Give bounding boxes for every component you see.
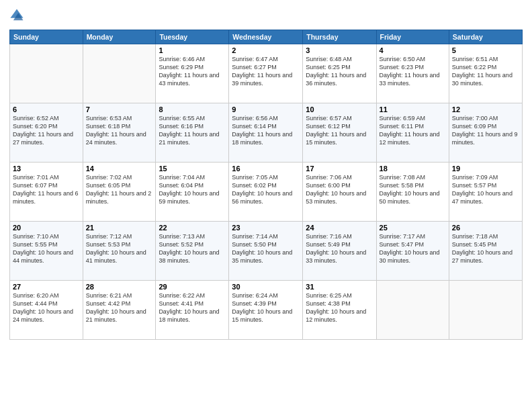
day-number: 13 (13, 165, 80, 173)
day-info: Sunrise: 7:05 AM Sunset: 6:02 PM Dayligh… (232, 173, 300, 206)
day-info: Sunrise: 6:59 AM Sunset: 6:11 PM Dayligh… (380, 114, 446, 147)
calendar-week-2: 13Sunrise: 7:01 AM Sunset: 6:07 PM Dayli… (10, 163, 523, 222)
page-header (9, 8, 523, 24)
day-number: 20 (13, 224, 80, 232)
day-info: Sunrise: 6:51 AM Sunset: 6:22 PM Dayligh… (452, 55, 519, 88)
day-number: 27 (13, 283, 80, 291)
day-info: Sunrise: 7:14 AM Sunset: 5:50 PM Dayligh… (232, 232, 300, 265)
logo (9, 8, 26, 24)
day-info: Sunrise: 7:16 AM Sunset: 5:49 PM Dayligh… (306, 232, 373, 265)
calendar-cell (83, 44, 156, 103)
calendar-cell (10, 44, 83, 103)
day-number: 21 (86, 224, 153, 232)
day-number: 25 (380, 224, 446, 232)
calendar-cell: 25Sunrise: 7:17 AM Sunset: 5:47 PM Dayli… (376, 222, 449, 281)
day-number: 19 (452, 165, 519, 173)
calendar-cell: 14Sunrise: 7:02 AM Sunset: 6:05 PM Dayli… (83, 163, 156, 222)
day-info: Sunrise: 6:21 AM Sunset: 4:42 PM Dayligh… (86, 291, 153, 324)
day-number: 9 (232, 105, 300, 113)
day-number: 30 (232, 283, 300, 291)
day-number: 4 (380, 46, 446, 54)
calendar-cell: 31Sunrise: 6:25 AM Sunset: 4:38 PM Dayli… (303, 281, 376, 340)
day-info: Sunrise: 7:17 AM Sunset: 5:47 PM Dayligh… (380, 232, 446, 265)
day-number: 3 (306, 46, 373, 54)
calendar-cell: 29Sunrise: 6:22 AM Sunset: 4:41 PM Dayli… (156, 281, 229, 340)
day-info: Sunrise: 7:09 AM Sunset: 5:57 PM Dayligh… (452, 173, 519, 206)
calendar-cell: 9Sunrise: 6:56 AM Sunset: 6:14 PM Daylig… (229, 103, 303, 163)
day-info: Sunrise: 7:06 AM Sunset: 6:00 PM Dayligh… (306, 173, 373, 206)
day-number: 8 (159, 105, 226, 113)
calendar-cell: 26Sunrise: 7:18 AM Sunset: 5:45 PM Dayli… (449, 222, 522, 281)
day-info: Sunrise: 6:20 AM Sunset: 4:44 PM Dayligh… (13, 291, 80, 324)
day-number: 17 (306, 165, 373, 173)
calendar-cell: 18Sunrise: 7:08 AM Sunset: 5:58 PM Dayli… (376, 163, 449, 222)
day-number: 29 (159, 283, 226, 291)
calendar: SundayMondayTuesdayWednesdayThursdayFrid… (9, 30, 523, 340)
day-info: Sunrise: 6:52 AM Sunset: 6:20 PM Dayligh… (13, 114, 80, 147)
day-info: Sunrise: 7:04 AM Sunset: 6:04 PM Dayligh… (159, 173, 226, 206)
day-info: Sunrise: 7:02 AM Sunset: 6:05 PM Dayligh… (86, 173, 153, 206)
weekday-saturday: Saturday (449, 30, 522, 44)
calendar-cell (449, 281, 522, 340)
day-number: 10 (306, 105, 373, 113)
weekday-tuesday: Tuesday (156, 30, 229, 44)
calendar-cell: 28Sunrise: 6:21 AM Sunset: 4:42 PM Dayli… (83, 281, 156, 340)
calendar-cell: 20Sunrise: 7:10 AM Sunset: 5:55 PM Dayli… (10, 222, 83, 281)
calendar-cell: 17Sunrise: 7:06 AM Sunset: 6:00 PM Dayli… (303, 163, 376, 222)
calendar-cell: 27Sunrise: 6:20 AM Sunset: 4:44 PM Dayli… (10, 281, 83, 340)
calendar-cell: 12Sunrise: 7:00 AM Sunset: 6:09 PM Dayli… (449, 103, 522, 163)
day-number: 5 (452, 46, 519, 54)
calendar-cell: 8Sunrise: 6:55 AM Sunset: 6:16 PM Daylig… (156, 103, 229, 163)
weekday-header-row: SundayMondayTuesdayWednesdayThursdayFrid… (10, 30, 523, 44)
day-number: 26 (452, 224, 519, 232)
calendar-cell: 13Sunrise: 7:01 AM Sunset: 6:07 PM Dayli… (10, 163, 83, 222)
calendar-cell: 22Sunrise: 7:13 AM Sunset: 5:52 PM Dayli… (156, 222, 229, 281)
day-info: Sunrise: 6:25 AM Sunset: 4:38 PM Dayligh… (306, 291, 373, 324)
calendar-cell: 5Sunrise: 6:51 AM Sunset: 6:22 PM Daylig… (449, 44, 522, 103)
calendar-cell: 7Sunrise: 6:53 AM Sunset: 6:18 PM Daylig… (83, 103, 156, 163)
weekday-sunday: Sunday (10, 30, 83, 44)
calendar-cell: 30Sunrise: 6:24 AM Sunset: 4:39 PM Dayli… (229, 281, 303, 340)
calendar-cell: 21Sunrise: 7:12 AM Sunset: 5:53 PM Dayli… (83, 222, 156, 281)
day-info: Sunrise: 6:55 AM Sunset: 6:16 PM Dayligh… (159, 114, 226, 147)
calendar-cell: 23Sunrise: 7:14 AM Sunset: 5:50 PM Dayli… (229, 222, 303, 281)
logo-icon (9, 8, 24, 23)
day-number: 15 (159, 165, 226, 173)
weekday-wednesday: Wednesday (229, 30, 303, 44)
day-number: 22 (159, 224, 226, 232)
calendar-cell: 11Sunrise: 6:59 AM Sunset: 6:11 PM Dayli… (376, 103, 449, 163)
day-info: Sunrise: 7:12 AM Sunset: 5:53 PM Dayligh… (86, 232, 153, 265)
calendar-cell: 6Sunrise: 6:52 AM Sunset: 6:20 PM Daylig… (10, 103, 83, 163)
weekday-monday: Monday (83, 30, 156, 44)
calendar-cell: 3Sunrise: 6:48 AM Sunset: 6:25 PM Daylig… (303, 44, 376, 103)
day-info: Sunrise: 6:53 AM Sunset: 6:18 PM Dayligh… (86, 114, 153, 147)
day-number: 24 (306, 224, 373, 232)
day-number: 23 (232, 224, 300, 232)
day-info: Sunrise: 7:18 AM Sunset: 5:45 PM Dayligh… (452, 232, 519, 265)
calendar-body: 1Sunrise: 6:46 AM Sunset: 6:29 PM Daylig… (10, 44, 523, 340)
day-number: 31 (306, 283, 373, 291)
calendar-week-3: 20Sunrise: 7:10 AM Sunset: 5:55 PM Dayli… (10, 222, 523, 281)
day-number: 11 (380, 105, 446, 113)
weekday-friday: Friday (376, 30, 449, 44)
day-number: 12 (452, 105, 519, 113)
day-number: 1 (159, 46, 226, 54)
day-info: Sunrise: 6:56 AM Sunset: 6:14 PM Dayligh… (232, 114, 300, 147)
day-number: 16 (232, 165, 300, 173)
day-info: Sunrise: 6:22 AM Sunset: 4:41 PM Dayligh… (159, 291, 226, 324)
day-info: Sunrise: 6:48 AM Sunset: 6:25 PM Dayligh… (306, 55, 373, 88)
day-number: 6 (13, 105, 80, 113)
day-info: Sunrise: 7:01 AM Sunset: 6:07 PM Dayligh… (13, 173, 80, 206)
day-info: Sunrise: 6:46 AM Sunset: 6:29 PM Dayligh… (159, 55, 226, 88)
calendar-cell: 15Sunrise: 7:04 AM Sunset: 6:04 PM Dayli… (156, 163, 229, 222)
calendar-cell: 10Sunrise: 6:57 AM Sunset: 6:12 PM Dayli… (303, 103, 376, 163)
calendar-cell: 4Sunrise: 6:50 AM Sunset: 6:23 PM Daylig… (376, 44, 449, 103)
day-info: Sunrise: 7:10 AM Sunset: 5:55 PM Dayligh… (13, 232, 80, 265)
calendar-cell: 1Sunrise: 6:46 AM Sunset: 6:29 PM Daylig… (156, 44, 229, 103)
day-number: 7 (86, 105, 153, 113)
calendar-cell: 24Sunrise: 7:16 AM Sunset: 5:49 PM Dayli… (303, 222, 376, 281)
calendar-cell: 2Sunrise: 6:47 AM Sunset: 6:27 PM Daylig… (229, 44, 303, 103)
day-info: Sunrise: 7:13 AM Sunset: 5:52 PM Dayligh… (159, 232, 226, 265)
day-info: Sunrise: 6:47 AM Sunset: 6:27 PM Dayligh… (232, 55, 300, 88)
weekday-thursday: Thursday (303, 30, 376, 44)
